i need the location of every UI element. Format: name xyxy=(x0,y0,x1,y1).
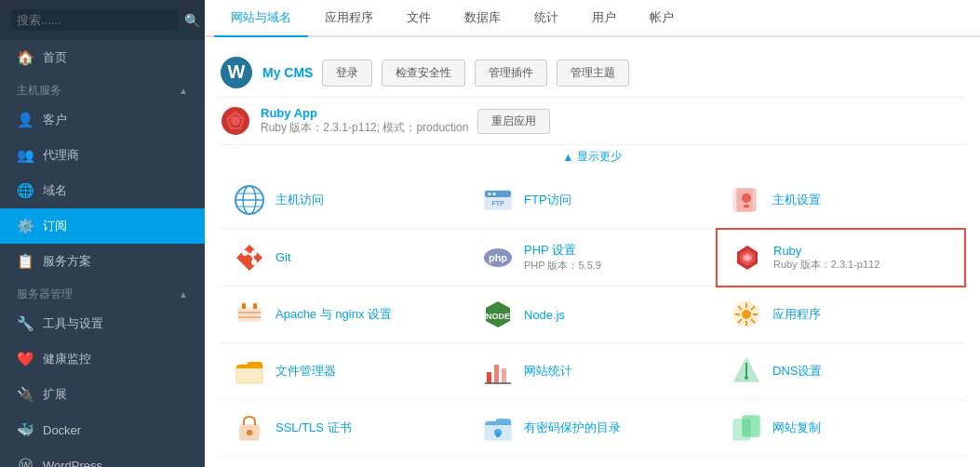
file-manager-icon xyxy=(233,354,266,388)
svg-point-14 xyxy=(493,193,496,195)
dns-icon xyxy=(730,354,763,388)
grid-item-host-settings[interactable]: 主机设置 xyxy=(717,172,965,229)
sidebar-item-label: 首页 xyxy=(43,49,67,66)
ruby-app-info: Ruby App Ruby 版本：2.3.1-p112; 模式：producti… xyxy=(261,106,468,136)
svg-text:W: W xyxy=(228,61,246,82)
sidebar-item-label: 健康监控 xyxy=(43,351,91,367)
sidebar-item-agents[interactable]: 👥 代理商 xyxy=(0,138,205,173)
svg-point-13 xyxy=(489,193,491,195)
grid-item-web-users[interactable]: 网站用户 xyxy=(468,457,717,467)
gear-icon: ⚙️ xyxy=(17,218,34,234)
svg-text:php: php xyxy=(489,252,507,263)
agent-icon: 👥 xyxy=(17,147,34,164)
grid-item-host-access[interactable]: 主机访问 xyxy=(220,172,468,229)
grid-item-php[interactable]: php PHP 设置 PHP 版本：5.5.9 xyxy=(468,229,717,287)
grid-item-label: 主机设置 xyxy=(772,192,821,208)
wordpress-icon: Ⓦ xyxy=(17,457,34,467)
tab-users[interactable]: 用户 xyxy=(575,0,633,37)
sidebar-item-home[interactable]: 🏠 首页 xyxy=(0,40,205,75)
nav-section-server-mgmt: 服务器管理 ▲ xyxy=(0,279,205,306)
sidebar-item-extensions[interactable]: 🔌 扩展 xyxy=(0,377,205,412)
grid-item-git[interactable]: Git xyxy=(220,229,468,287)
sidebar-item-label: 服务方案 xyxy=(43,253,91,270)
svg-rect-39 xyxy=(487,372,491,383)
sidebar-item-plans[interactable]: 📋 服务方案 xyxy=(0,244,205,279)
sidebar-item-label: 客户 xyxy=(43,112,67,128)
grid-item-label: SSL/TLS 证书 xyxy=(275,420,352,436)
grid-item-stats[interactable]: 网站统计 xyxy=(468,343,717,400)
grid-item-label: PHP 设置 xyxy=(524,242,601,259)
search-input[interactable] xyxy=(11,9,179,31)
tab-websites[interactable]: 网站与域名 xyxy=(214,0,308,37)
svg-rect-41 xyxy=(502,368,506,383)
svg-rect-32 xyxy=(242,303,246,309)
sidebar-item-domains[interactable]: 🌐 域名 xyxy=(0,173,205,208)
nodejs-icon: NODE xyxy=(481,298,515,331)
ftp-icon: FTP xyxy=(481,183,515,217)
grid-item-label: Ruby xyxy=(773,244,879,258)
sidebar-item-subscriptions[interactable]: ⚙️ 订阅 xyxy=(0,208,205,244)
wordpress-logo-icon: W xyxy=(220,56,253,89)
ruby-restart-button[interactable]: 重启应用 xyxy=(477,109,550,134)
stats-icon xyxy=(481,354,515,388)
health-icon: ❤️ xyxy=(17,351,34,367)
features-grid: 主机访问 FTP FTP访问 xyxy=(220,172,965,467)
grid-item-label: DNS设置 xyxy=(772,363,822,380)
grid-item-app[interactable]: 应用程序 xyxy=(717,287,965,343)
main-content: 网站与域名 应用程序 文件 数据库 统计 用户 帐户 W My CMS 登录 检… xyxy=(205,0,980,467)
git-icon xyxy=(233,241,266,274)
grid-item-logs[interactable]: 日志 xyxy=(220,457,468,467)
show-less-toggle[interactable]: ▲ 显示更少 xyxy=(220,145,965,172)
grid-item-files[interactable]: 文件管理器 xyxy=(220,343,468,400)
sidebar-item-tools[interactable]: 🔧 工具与设置 xyxy=(0,306,205,341)
grid-item-clone[interactable]: 网站复制 xyxy=(717,400,965,457)
tab-apps[interactable]: 应用程序 xyxy=(308,0,390,37)
svg-point-18 xyxy=(742,193,751,203)
grid-item-dns[interactable]: DNS设置 xyxy=(717,343,965,400)
host-access-icon xyxy=(233,183,266,217)
ruby-icon xyxy=(731,241,764,274)
wp-themes-button[interactable]: 管理主题 xyxy=(557,60,629,87)
ruby-app-details: Ruby 版本：2.3.1-p112; 模式：production xyxy=(261,120,468,136)
tab-account[interactable]: 帐户 xyxy=(633,0,691,37)
sidebar: 🔍 🏠 首页 主机服务 ▲ 👤 客户 👥 代理商 🌐 域名 ⚙️ 订阅 📋 服 xyxy=(0,0,205,467)
svg-point-47 xyxy=(247,430,252,435)
sidebar-item-customers[interactable]: 👤 客户 xyxy=(0,102,205,138)
top-tabs: 网站与域名 应用程序 文件 数据库 统计 用户 帐户 xyxy=(205,0,980,37)
wordpress-site-name[interactable]: My CMS xyxy=(262,65,313,80)
wp-security-button[interactable]: 检查安全性 xyxy=(382,60,465,87)
grid-item-ruby[interactable]: Ruby Ruby 版本：2.3.1-p112 xyxy=(716,228,966,287)
sidebar-item-docker[interactable]: 🐳 Docker xyxy=(0,412,205,447)
svg-text:FTP: FTP xyxy=(491,200,504,207)
grid-item-label: 网站复制 xyxy=(772,420,821,436)
grid-item-nodejs[interactable]: NODE Node.js xyxy=(468,287,717,343)
sidebar-item-label: 订阅 xyxy=(43,218,67,234)
svg-point-45 xyxy=(745,376,748,380)
grid-item-password-dir[interactable]: 有密码保护的目录 xyxy=(468,400,717,457)
search-icon[interactable]: 🔍 xyxy=(184,13,200,28)
ssl-icon xyxy=(233,411,266,445)
sidebar-nav: 🏠 首页 主机服务 ▲ 👤 客户 👥 代理商 🌐 域名 ⚙️ 订阅 📋 服务方案 xyxy=(0,40,205,467)
grid-item-apache[interactable]: Apache 与 nginx 设置 xyxy=(220,287,468,343)
sidebar-item-wordpress[interactable]: Ⓦ WordPress xyxy=(0,447,205,467)
tab-stats[interactable]: 统计 xyxy=(517,0,575,37)
sidebar-item-label: 代理商 xyxy=(43,147,79,164)
content-area: W My CMS 登录 检查安全性 管理插件 管理主题 Ruby App Rub… xyxy=(205,37,980,467)
grid-item-docker-proxy[interactable]: Docker 代理规则 xyxy=(717,457,965,467)
tab-database[interactable]: 数据库 xyxy=(448,0,517,37)
svg-rect-50 xyxy=(496,433,500,437)
grid-item-ssl[interactable]: SSL/TLS 证书 xyxy=(220,400,468,457)
sidebar-item-health[interactable]: ❤️ 健康监控 xyxy=(0,341,205,377)
app-icon xyxy=(730,298,763,331)
wp-plugins-button[interactable]: 管理插件 xyxy=(475,60,547,87)
tab-files[interactable]: 文件 xyxy=(390,0,448,37)
wp-login-button[interactable]: 登录 xyxy=(322,60,372,87)
grid-item-text: PHP 设置 PHP 版本：5.5.9 xyxy=(524,242,601,273)
collapse-arrow: ▲ xyxy=(179,86,188,96)
svg-rect-52 xyxy=(743,416,759,436)
ruby-app-name[interactable]: Ruby App xyxy=(261,106,468,120)
grid-item-ftp[interactable]: FTP FTP访问 xyxy=(468,172,717,229)
host-settings-icon xyxy=(730,183,763,217)
apache-icon xyxy=(233,298,266,331)
tools-icon: 🔧 xyxy=(17,315,34,332)
